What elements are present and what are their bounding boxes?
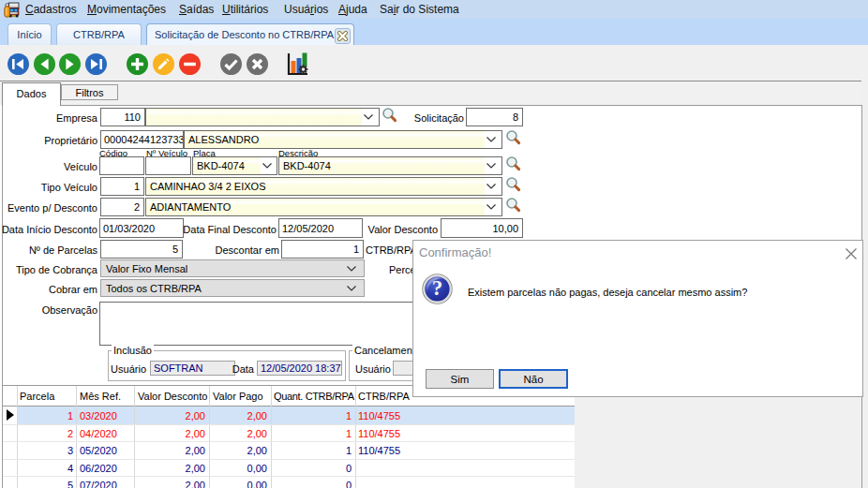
svg-text:?: ? [432,276,443,300]
